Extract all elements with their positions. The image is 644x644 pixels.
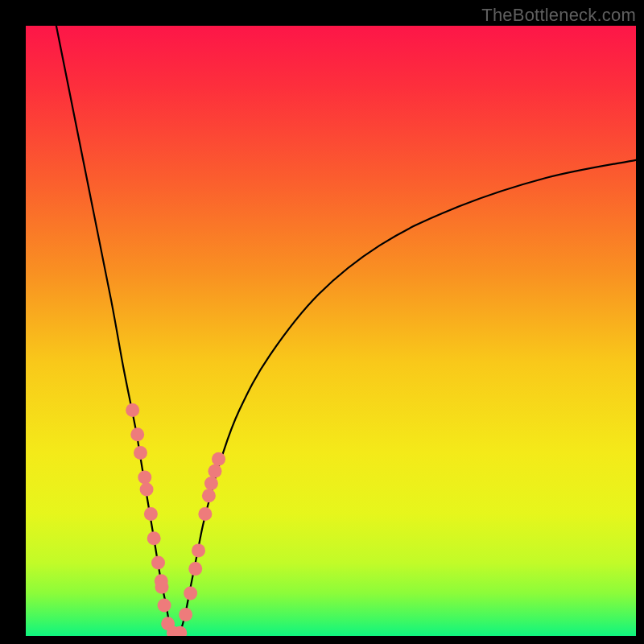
curve-layer [26, 26, 636, 636]
curve-marker [198, 507, 212, 521]
marker-group [126, 403, 225, 636]
curve-marker [138, 470, 151, 484]
curve-marker [204, 477, 218, 490]
watermark-text: TheBottleneck.com [481, 5, 636, 26]
bottleneck-curve [56, 26, 636, 636]
curve-marker [126, 403, 139, 417]
curve-marker [212, 452, 225, 466]
curve-marker [151, 556, 165, 570]
curve-marker [208, 464, 221, 478]
curve-marker [188, 562, 202, 576]
chart-frame: TheBottleneck.com [0, 0, 644, 644]
curve-marker [134, 446, 147, 460]
curve-marker [144, 507, 158, 521]
curve-marker [130, 427, 144, 441]
curve-marker [202, 489, 216, 502]
curve-marker [155, 580, 169, 594]
curve-marker [184, 586, 197, 600]
plot-area [26, 26, 636, 636]
curve-marker [192, 543, 205, 557]
curve-marker [147, 531, 161, 545]
curve-marker [158, 599, 171, 613]
curve-marker [140, 483, 154, 497]
curve-marker [179, 608, 192, 621]
